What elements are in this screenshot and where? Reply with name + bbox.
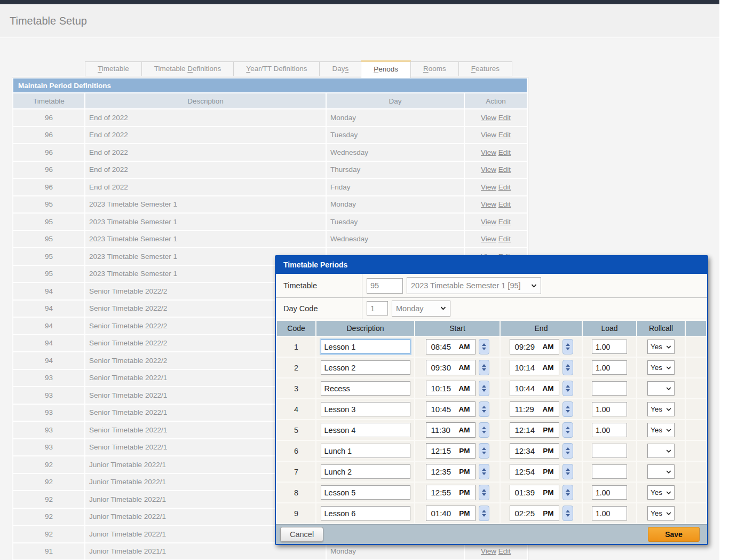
timetable-select[interactable]: 2023 Timetable Semester 1 [95] (407, 277, 541, 294)
table-row: 952023 Timetable Semester 1MondayView Ed… (13, 196, 527, 213)
start-time-input[interactable]: 10:45AM (426, 401, 475, 417)
rollcall-select[interactable]: Yes (647, 402, 675, 416)
end-time-input[interactable]: 12:34PM (510, 443, 559, 459)
edit-link[interactable]: Edit (498, 148, 511, 156)
period-description-input[interactable] (321, 402, 410, 416)
view-link[interactable]: View (481, 547, 496, 555)
edit-link[interactable]: Edit (498, 183, 511, 191)
edit-link[interactable]: Edit (498, 165, 511, 173)
tab-year-tt-definitions[interactable]: Year/TT Definitions (233, 61, 320, 76)
edit-link[interactable]: Edit (498, 200, 511, 208)
end-spinner[interactable] (562, 443, 573, 459)
rollcall-select[interactable] (647, 464, 675, 479)
end-spinner[interactable] (562, 381, 573, 396)
start-time-input[interactable]: 09:30AM (426, 360, 475, 375)
end-time-input[interactable]: 12:54PM (510, 464, 559, 479)
edit-link[interactable]: Edit (498, 131, 511, 139)
view-link[interactable]: View (481, 131, 496, 139)
rollcall-select[interactable] (647, 444, 675, 458)
end-time-input[interactable]: 01:39PM (510, 485, 559, 500)
edit-link[interactable]: Edit (498, 218, 511, 226)
view-link[interactable]: View (481, 218, 496, 226)
start-spinner[interactable] (479, 401, 489, 417)
rollcall-select[interactable]: Yes (647, 485, 675, 500)
rollcall-select[interactable] (647, 381, 675, 396)
day-select[interactable]: Monday (392, 301, 450, 317)
period-load-input[interactable] (592, 402, 627, 416)
period-description-input[interactable] (321, 381, 410, 396)
view-link[interactable]: View (481, 235, 496, 243)
period-end-cell: 12:54PM (501, 462, 582, 482)
save-button[interactable]: Save (648, 527, 700, 542)
tab-days[interactable]: Days (319, 61, 361, 76)
end-spinner[interactable] (562, 422, 573, 438)
end-spinner[interactable] (562, 401, 573, 417)
day-code-input[interactable] (367, 301, 388, 316)
end-spinner[interactable] (562, 339, 573, 354)
start-time-input[interactable]: 12:55PM (426, 485, 475, 500)
end-spinner[interactable] (562, 485, 573, 500)
start-time-input[interactable]: 10:15AM (426, 381, 475, 396)
period-load-input[interactable] (592, 423, 627, 437)
rollcall-select[interactable]: Yes (647, 360, 675, 375)
view-link[interactable]: View (481, 114, 496, 122)
rollcall-select[interactable]: Yes (647, 340, 675, 354)
period-description-input[interactable] (321, 485, 410, 500)
period-start-cell: 08:45AM (415, 337, 500, 357)
start-time-input[interactable]: 11:30AM (426, 422, 475, 438)
tab-timetable-definitions[interactable]: Timetable Definitions (141, 61, 234, 76)
view-link[interactable]: View (481, 183, 496, 191)
end-spinner[interactable] (562, 360, 573, 375)
view-link[interactable]: View (481, 200, 496, 208)
edit-link[interactable]: Edit (498, 547, 511, 555)
tab-features[interactable]: Features (458, 61, 512, 76)
rollcall-select[interactable]: Yes (647, 423, 675, 437)
start-spinner[interactable] (479, 443, 489, 459)
edit-link[interactable]: Edit (498, 114, 511, 122)
start-spinner[interactable] (479, 485, 489, 500)
period-description-input[interactable] (321, 423, 410, 437)
period-description-input[interactable] (321, 360, 410, 375)
period-description-input[interactable] (321, 444, 410, 458)
end-time-input[interactable]: 11:29AM (510, 401, 559, 417)
spin-up-icon (482, 385, 486, 388)
period-load-input[interactable] (592, 444, 627, 458)
period-load-input[interactable] (592, 381, 627, 396)
period-load-input[interactable] (592, 360, 627, 375)
period-load-input[interactable] (592, 485, 627, 500)
start-spinner[interactable] (479, 422, 489, 438)
view-link[interactable]: View (481, 165, 496, 173)
start-spinner[interactable] (479, 464, 489, 479)
period-load-input[interactable] (592, 464, 627, 479)
start-spinner[interactable] (479, 360, 489, 375)
tab-periods[interactable]: Periods (361, 60, 411, 78)
timetable-code-input[interactable] (367, 278, 403, 294)
period-description-input[interactable] (321, 464, 410, 479)
start-time-input[interactable]: 12:35PM (426, 464, 475, 479)
end-time-input[interactable]: 09:29AM (510, 339, 559, 354)
end-time-input[interactable]: 10:14AM (510, 360, 559, 375)
start-time-input[interactable]: 12:15PM (426, 443, 475, 459)
end-time-input[interactable]: 12:14PM (510, 422, 559, 438)
period-description-input[interactable] (321, 506, 410, 520)
end-spinner[interactable] (562, 464, 573, 479)
end-spinner[interactable] (562, 506, 573, 521)
period-load-input[interactable] (592, 340, 627, 354)
start-spinner[interactable] (479, 339, 489, 354)
end-time-input[interactable]: 02:25PM (510, 506, 559, 521)
end-time-input[interactable]: 10:44AM (510, 381, 559, 396)
rollcall-select[interactable]: Yes (647, 506, 675, 520)
start-spinner[interactable] (479, 381, 489, 396)
tab-timetable[interactable]: Timetable (85, 61, 142, 76)
edit-link[interactable]: Edit (498, 235, 511, 243)
start-spinner[interactable] (479, 506, 489, 521)
cancel-button[interactable]: Cancel (280, 527, 323, 542)
view-link[interactable]: View (481, 148, 496, 156)
start-time-input[interactable]: 08:45AM (426, 339, 475, 354)
tab-rooms[interactable]: Rooms (410, 61, 459, 76)
period-description-input[interactable] (321, 340, 410, 354)
row-timetable: 96 (13, 127, 84, 144)
start-time-input[interactable]: 01:40PM (426, 506, 475, 521)
period-load-input[interactable] (592, 506, 627, 520)
row-timetable: 95 (13, 231, 84, 248)
